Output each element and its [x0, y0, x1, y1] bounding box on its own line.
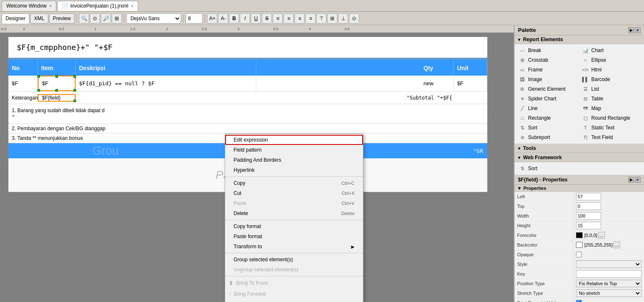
cm-bring-to-front[interactable]: ⬆ Bring To Front	[225, 278, 363, 289]
props-position-type-select[interactable]: Fix Relative to Top	[576, 280, 641, 287]
data-row-1[interactable]: $F $F $F{d1_pid} == null ? $F new $F	[8, 76, 487, 92]
props-close-btn[interactable]: ×	[635, 177, 641, 183]
palette-report-elements-header[interactable]: ▼ Report Elements	[515, 35, 644, 44]
forecolor-box[interactable]	[576, 232, 583, 238]
palette-item-subreport[interactable]: ⊜ Subreport	[516, 133, 579, 142]
xml-tab-btn[interactable]: XML	[30, 13, 48, 24]
palette-item-spider-chart[interactable]: ✳ Spider Chart	[516, 94, 579, 103]
props-height-input[interactable]	[576, 222, 601, 229]
palette-item-generic[interactable]: ⚙ Generic Element	[516, 84, 579, 94]
palette-item-frame[interactable]: ▭ Frame	[516, 65, 579, 74]
tab-invoice-close[interactable]: ×	[131, 3, 133, 8]
bottom-align-btn[interactable]: ⊥	[338, 13, 348, 24]
backcolor-dots-btn[interactable]: ...	[613, 242, 620, 248]
preview-tab-btn[interactable]: Preview	[49, 13, 75, 24]
align-center-btn[interactable]: ≡	[284, 13, 294, 24]
palette-item-crosstab[interactable]: ⊞ Crosstab	[516, 55, 579, 65]
props-key-input[interactable]	[576, 270, 641, 278]
indent-btn[interactable]: ⊙	[349, 13, 359, 24]
props-opaque-checkbox[interactable]	[576, 252, 582, 257]
align-left-btn[interactable]: ≡	[273, 13, 283, 24]
cm-group-selected[interactable]: Group selected element(s)	[225, 255, 363, 265]
cm-paste[interactable]: Paste Ctrl+V	[225, 198, 363, 208]
handle-tl[interactable]	[37, 75, 40, 78]
cm-bring-forward[interactable]: ↑ Bring Forward	[225, 289, 363, 299]
cm-field-pattern[interactable]: Field pattern	[225, 145, 363, 155]
justify-btn[interactable]: ≡	[305, 13, 315, 24]
palette-item-text-field[interactable]: T| Text Field	[580, 133, 643, 142]
cm-padding-borders[interactable]: Padding And Borders	[225, 155, 363, 165]
palette-web-header[interactable]: ▼ Web Framework	[515, 153, 644, 162]
palette-item-map[interactable]: 🗺 Map	[580, 104, 643, 113]
props-left-input[interactable]	[576, 193, 601, 200]
palette-item-web-sort[interactable]: ⇅ Sort	[516, 164, 579, 173]
palette-item-table[interactable]: ⊟ Table	[580, 94, 643, 103]
font-family-select[interactable]: DejaVu Sans	[126, 13, 181, 24]
props-style-select[interactable]	[576, 260, 641, 268]
italic-btn[interactable]: I	[240, 13, 250, 24]
cm-edit-expression[interactable]: Edit expression	[225, 135, 363, 145]
props-pin-btn[interactable]: ▶	[628, 177, 634, 183]
props-stretch-type-value: No stretch	[573, 289, 644, 298]
increase-size-btn[interactable]: A+	[207, 13, 217, 24]
middle-align-btn[interactable]: ⊞	[327, 13, 337, 24]
palette-report-elements-section: ▼ Report Elements — Break 📊 Chart ⊞ Cros…	[515, 35, 644, 144]
palette-item-barcode[interactable]: ▌▌ Barcode	[580, 75, 643, 84]
palette-tools-header[interactable]: ▼ Tools	[515, 144, 644, 153]
backcolor-text: [255,255,255]	[584, 242, 612, 247]
tab-invoice[interactable]: 📄 InvoicePenjualan (1).jrxml ×	[57, 1, 138, 11]
palette-item-image[interactable]: 🖼 Image	[516, 75, 579, 84]
designer-tab-btn[interactable]: Designer	[2, 13, 29, 24]
palette-item-html[interactable]: </> Html	[580, 65, 643, 74]
palette-item-break[interactable]: — Break	[516, 46, 579, 55]
palette-item-list[interactable]: ☰ List	[580, 84, 643, 94]
cm-send-backward[interactable]: ↓ Send Backward	[225, 299, 363, 302]
zoom-100-btn[interactable]: ⊙	[90, 13, 100, 24]
props-style-value	[573, 260, 644, 269]
cm-field-pattern-label: Field pattern	[234, 147, 262, 153]
palette-item-static-text[interactable]: T Static Text	[580, 123, 643, 132]
decrease-size-btn[interactable]: A-	[218, 13, 228, 24]
keterangan-handle[interactable]	[74, 100, 76, 102]
cm-cut[interactable]: Cut Ctrl+X	[225, 188, 363, 198]
palette-item-ellipse[interactable]: ○ Ellipse	[580, 55, 643, 65]
cm-delete[interactable]: Delete Delete	[225, 208, 363, 218]
backcolor-box[interactable]	[576, 242, 583, 248]
palette-item-line[interactable]: ╱ Line	[516, 104, 579, 113]
tab-welcome[interactable]: Welcome Window ×	[2, 1, 56, 11]
palette-item-rectangle[interactable]: □ Rectangle	[516, 113, 579, 123]
cm-paste-format[interactable]: Paste format	[225, 231, 363, 242]
palette-item-sort[interactable]: ⇅ Sort	[516, 123, 579, 132]
zoom-out-btn[interactable]: 🔍	[79, 13, 89, 24]
props-section-header[interactable]: ▼ Properties	[515, 185, 644, 192]
palette-close-btn[interactable]: ×	[635, 27, 641, 33]
strikethrough-btn[interactable]: S	[262, 13, 272, 24]
props-top-input[interactable]	[576, 202, 601, 210]
props-print-repeated-checkbox[interactable]	[576, 300, 582, 302]
top-align-btn[interactable]: ⊤	[316, 13, 326, 24]
handle-tr[interactable]	[74, 75, 76, 78]
cm-copy[interactable]: Copy Ctrl+C	[225, 178, 363, 188]
zoom-in-btn[interactable]: 🔎	[101, 13, 111, 24]
palette-item-round-rectangle[interactable]: ▢ Round Rectangle	[580, 113, 643, 123]
cm-hyperlink[interactable]: Hyperlink	[225, 165, 363, 175]
report-canvas: $F{m_cmpphone}+" "+$F No Item Deskripsi …	[0, 33, 514, 302]
keterangan-field[interactable]: $F{field}	[38, 94, 76, 102]
canvas-area[interactable]: -0.5 0 0.5 1 1.5 2 2.5 3 3.5 4 4.5 $F{m_…	[0, 25, 514, 302]
props-width-input[interactable]	[576, 212, 601, 220]
handle-tm[interactable]	[55, 75, 58, 78]
props-stretch-type-select[interactable]: No stretch	[576, 289, 641, 297]
font-size-input[interactable]	[186, 13, 202, 24]
palette-item-chart[interactable]: 📊 Chart	[580, 46, 643, 55]
palette-pin-btn[interactable]: ▶	[628, 27, 634, 33]
cell-item-selected[interactable]: $F	[38, 76, 76, 91]
underline-btn[interactable]: U	[251, 13, 261, 24]
cm-transform-to[interactable]: Transform to ▶	[225, 242, 363, 252]
tab-welcome-close[interactable]: ×	[49, 3, 52, 8]
align-right-btn[interactable]: ≡	[294, 13, 305, 24]
forecolor-dots-btn[interactable]: ...	[598, 232, 605, 239]
cm-ungroup-selected[interactable]: Ungroup selected element(s)	[225, 265, 363, 275]
cm-copy-format[interactable]: Copy format	[225, 221, 363, 231]
bold-btn[interactable]: B	[229, 13, 239, 24]
refresh-btn[interactable]: ⊞	[112, 13, 122, 24]
